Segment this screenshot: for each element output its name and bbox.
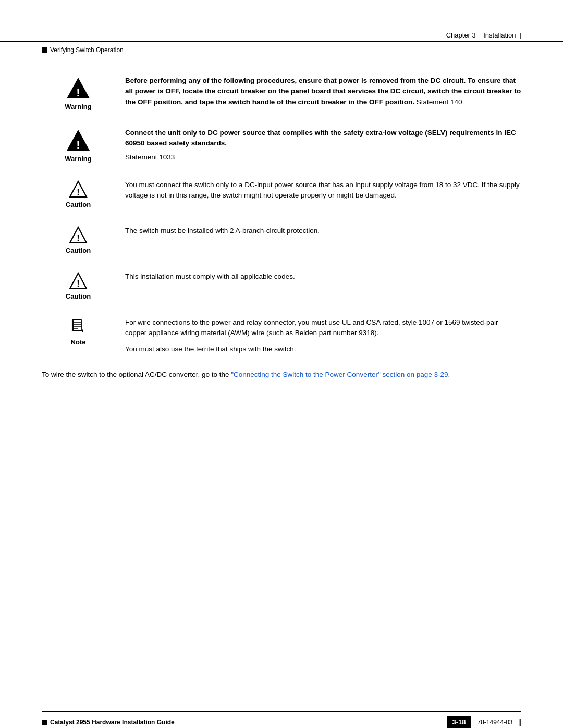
warning-label-2: Warning <box>65 155 92 163</box>
section-label: Verifying Switch Operation <box>50 46 124 54</box>
chapter-name: Installation <box>483 31 516 39</box>
caution-icon-1: ! <box>69 180 88 199</box>
link-after-text: . <box>448 371 450 378</box>
svg-text:!: ! <box>76 86 80 99</box>
footer-right: 3-18 78-14944-03 | <box>447 716 521 728</box>
caution-body-2: The switch must be installed with 2 A-br… <box>125 226 521 236</box>
note-icon-1 <box>69 317 88 336</box>
warning-body-1: Before performing any of the following p… <box>125 76 521 107</box>
doc-number: 78-14944-03 <box>477 719 512 726</box>
svg-text:!: ! <box>77 233 79 242</box>
chapter-label: Chapter 3 <box>446 31 476 39</box>
warning-left-2: ! Warning <box>42 128 125 163</box>
caution-body-1: You must connect the switch only to a DC… <box>125 180 521 201</box>
footer-bar: | <box>519 718 521 727</box>
caution-left-2: ! Caution <box>42 226 125 254</box>
page-header: Chapter 3 Installation | <box>0 0 563 42</box>
svg-text:!: ! <box>76 138 80 151</box>
warning-body-2: Connect the unit only to DC power source… <box>125 128 521 163</box>
warning-icon-2: ! <box>66 128 91 153</box>
section-title-bar: Verifying Switch Operation <box>0 42 563 57</box>
warning-label-1: Warning <box>65 103 92 110</box>
caution-label-2: Caution <box>66 246 91 254</box>
note-row-1: Note For wire connections to the power a… <box>42 309 521 363</box>
converter-link[interactable]: "Connecting the Switch to the Power Conv… <box>231 371 448 378</box>
main-content: ! Warning Before performing any of the f… <box>0 57 563 394</box>
section-bullet <box>42 47 47 53</box>
page-number: 3-18 <box>447 716 471 728</box>
extra-paragraph: To wire the switch to the optional AC/DC… <box>42 363 521 384</box>
warning-icon-1: ! <box>66 76 91 101</box>
page-footer: Catalyst 2955 Hardware Installation Guid… <box>0 711 563 728</box>
caution-row-3: ! Caution This installation must comply … <box>42 263 521 309</box>
link-before-text: To wire the switch to the optional AC/DC… <box>42 371 231 378</box>
caution-row-2: ! Caution The switch must be installed w… <box>42 217 521 263</box>
caution-label-3: Caution <box>66 292 91 300</box>
footer-left: Catalyst 2955 Hardware Installation Guid… <box>42 719 175 726</box>
footer-bullet <box>42 720 47 725</box>
caution-left-3: ! Caution <box>42 272 125 300</box>
caution-row-1: ! Caution You must connect the switch on… <box>42 171 521 217</box>
caution-label-1: Caution <box>66 201 91 208</box>
chapter-info: Chapter 3 Installation | <box>446 31 521 39</box>
svg-text:!: ! <box>77 188 79 196</box>
caution-left-1: ! Caution <box>42 180 125 208</box>
warning-row-1: ! Warning Before performing any of the f… <box>42 67 521 119</box>
note-left-1: Note <box>42 317 125 346</box>
book-title: Catalyst 2955 Hardware Installation Guid… <box>50 719 175 726</box>
svg-rect-10 <box>73 319 81 331</box>
caution-icon-2: ! <box>69 226 88 244</box>
note-label-1: Note <box>71 338 86 346</box>
warning-left-1: ! Warning <box>42 76 125 110</box>
warning-row-2: ! Warning Connect the unit only to DC po… <box>42 119 521 171</box>
svg-text:!: ! <box>77 279 79 288</box>
footer-content: Catalyst 2955 Hardware Installation Guid… <box>0 712 563 728</box>
note-body-1: For wire connections to the power and re… <box>125 317 521 354</box>
caution-icon-3: ! <box>69 272 88 290</box>
caution-body-3: This installation must comply with all a… <box>125 272 521 282</box>
page: Chapter 3 Installation | Verifying Switc… <box>0 0 563 728</box>
